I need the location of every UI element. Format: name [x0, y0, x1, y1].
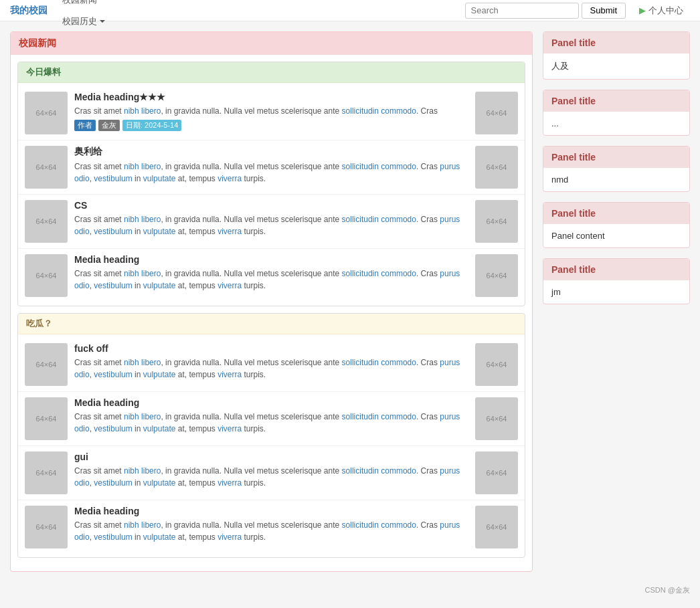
- side-panel-2: Panel titlenmd: [543, 146, 690, 192]
- side-panel-body-0: 人及: [543, 54, 689, 79]
- nav-item-校园历史[interactable]: 校园历史: [54, 11, 113, 32]
- media-item: 64×64Media headingCras sit amet nibh lib…: [18, 249, 525, 302]
- side-panel-header-0: Panel title: [543, 32, 689, 54]
- media-item: 64×64CSCras sit amet nibh libero, in gra…: [18, 195, 525, 249]
- media-thumb-left: 64×64: [25, 92, 68, 134]
- chevron-down-icon: [100, 20, 105, 23]
- brand[interactable]: 我的校园: [10, 5, 48, 17]
- media-title[interactable]: CS: [74, 200, 468, 211]
- media-body: Media headingCras sit amet nibh libero, …: [74, 397, 468, 435]
- media-thumb-left: 64×64: [25, 506, 68, 548]
- media-thumb-right: 64×64: [475, 451, 518, 494]
- side-panel-body-4: jm: [543, 280, 689, 304]
- media-text: Cras sit amet nibh libero, in gravida nu…: [74, 465, 468, 489]
- date-badge: 日期: 2024-5-14: [122, 120, 181, 131]
- side-panel-3: Panel titlePanel content: [543, 202, 690, 248]
- media-thumb-right: 64×64: [475, 397, 518, 440]
- outer-section-body: 今日爆料64×64Media heading★★★Cras sit amet n…: [11, 55, 532, 571]
- media-text: Cras sit amet nibh libero, in gravida nu…: [74, 519, 468, 543]
- side-panel-4: Panel titlejm: [543, 258, 690, 304]
- outer-section: 校园新闻 今日爆料64×64Media heading★★★Cras sit a…: [10, 31, 533, 572]
- media-body: CSCras sit amet nibh libero, in gravida …: [74, 200, 468, 237]
- media-item: 64×64fuck offCras sit amet nibh libero, …: [18, 338, 525, 392]
- side-panel-header-4: Panel title: [543, 259, 689, 280]
- media-text: Cras sit amet nibh libero, in gravida nu…: [74, 161, 468, 185]
- main-container: 校园新闻 今日爆料64×64Media heading★★★Cras sit a…: [0, 21, 700, 582]
- media-title[interactable]: Media heading: [74, 397, 468, 408]
- submit-button[interactable]: Submit: [582, 3, 626, 19]
- media-title[interactable]: fuck off: [74, 343, 468, 354]
- user-label: 个人中心: [648, 5, 683, 17]
- media-badges: 作者金灰日期: 2024-5-14: [74, 120, 468, 131]
- media-thumb-left: 64×64: [25, 451, 68, 494]
- side-panel-0: Panel title人及: [543, 31, 690, 80]
- media-item: 64×64Media headingCras sit amet nibh lib…: [18, 500, 525, 554]
- media-item: 64×64Media heading★★★Cras sit amet nibh …: [18, 86, 525, 140]
- footer-note: CSDN @金灰: [0, 582, 700, 599]
- media-title[interactable]: Media heading: [74, 506, 468, 516]
- media-text: Cras sit amet nibh libero, in gravida nu…: [74, 268, 468, 292]
- media-item: 64×64Media headingCras sit amet nibh lib…: [18, 392, 525, 446]
- media-thumb-right: 64×64: [475, 146, 518, 189]
- media-body: Media heading★★★Cras sit amet nibh liber…: [74, 92, 468, 131]
- media-body: 奥利给Cras sit amet nibh libero, in gravida…: [74, 146, 468, 185]
- media-thumb-right: 64×64: [475, 343, 518, 386]
- media-body: guiCras sit amet nibh libero, in gravida…: [74, 451, 468, 489]
- author-badge: 作者: [74, 120, 96, 131]
- side-panel-body-1: ...: [543, 112, 689, 135]
- media-thumb-left: 64×64: [25, 343, 68, 386]
- media-text: Cras sit amet nibh libero, in gravida nu…: [74, 105, 468, 117]
- sidebar-column: Panel title人及Panel title...Panel titlenm…: [543, 31, 690, 572]
- media-title[interactable]: 奥利给: [74, 146, 468, 158]
- user-icon: ▶: [639, 5, 646, 15]
- inner-panel-panel1: 今日爆料64×64Media heading★★★Cras sit amet n…: [17, 62, 525, 306]
- media-body: fuck offCras sit amet nibh libero, in gr…: [74, 343, 468, 381]
- media-thumb-right: 64×64: [475, 254, 518, 297]
- media-item: 64×64奥利给Cras sit amet nibh libero, in gr…: [18, 140, 525, 195]
- outer-section-header: 校园新闻: [11, 32, 532, 55]
- media-text: Cras sit amet nibh libero, in gravida nu…: [74, 411, 468, 435]
- panel-body-panel2: 64×64fuck offCras sit amet nibh libero, …: [18, 334, 525, 557]
- gray-badge: 金灰: [98, 120, 120, 131]
- side-panel-body-3: Panel content: [543, 224, 689, 247]
- panel-header-panel2: 吃瓜？: [18, 314, 525, 334]
- panel-header-panel1: 今日爆料: [18, 62, 525, 83]
- media-title[interactable]: gui: [74, 451, 468, 462]
- media-thumb-left: 64×64: [25, 200, 68, 243]
- side-panel-header-1: Panel title: [543, 90, 689, 112]
- user-menu[interactable]: ▶ 个人中心: [632, 5, 690, 17]
- panel-body-panel1: 64×64Media heading★★★Cras sit amet nibh …: [18, 83, 525, 306]
- side-panel-header-3: Panel title: [543, 203, 689, 224]
- search-form: Submit: [465, 3, 626, 19]
- media-text: Cras sit amet nibh libero, in gravida nu…: [74, 213, 468, 237]
- side-panel-body-2: nmd: [543, 168, 689, 191]
- media-title[interactable]: Media heading★★★: [74, 92, 468, 102]
- media-thumb-left: 64×64: [25, 146, 68, 189]
- media-thumb-left: 64×64: [25, 397, 68, 440]
- media-text: Cras sit amet nibh libero, in gravida nu…: [74, 357, 468, 381]
- media-thumb-right: 64×64: [475, 92, 518, 134]
- search-input[interactable]: [465, 3, 579, 19]
- main-column: 校园新闻 今日爆料64×64Media heading★★★Cras sit a…: [10, 31, 533, 572]
- media-body: Media headingCras sit amet nibh libero, …: [74, 506, 468, 543]
- nav-item-校园新闻[interactable]: 校园新闻: [54, 0, 113, 11]
- media-thumb-right: 64×64: [475, 506, 518, 548]
- media-title[interactable]: Media heading: [74, 254, 468, 265]
- media-thumb-right: 64×64: [475, 200, 518, 243]
- inner-panel-panel2: 吃瓜？64×64fuck offCras sit amet nibh liber…: [17, 313, 525, 558]
- media-item: 64×64guiCras sit amet nibh libero, in gr…: [18, 446, 525, 500]
- side-panel-header-2: Panel title: [543, 146, 689, 168]
- footer-text: CSDN @金灰: [645, 586, 690, 594]
- media-body: Media headingCras sit amet nibh libero, …: [74, 254, 468, 292]
- side-panel-1: Panel title...: [543, 90, 690, 136]
- navbar: 我的校园 首页校园新闻校园历史校园特色 Submit ▶ 个人中心: [0, 0, 700, 21]
- media-thumb-left: 64×64: [25, 254, 68, 297]
